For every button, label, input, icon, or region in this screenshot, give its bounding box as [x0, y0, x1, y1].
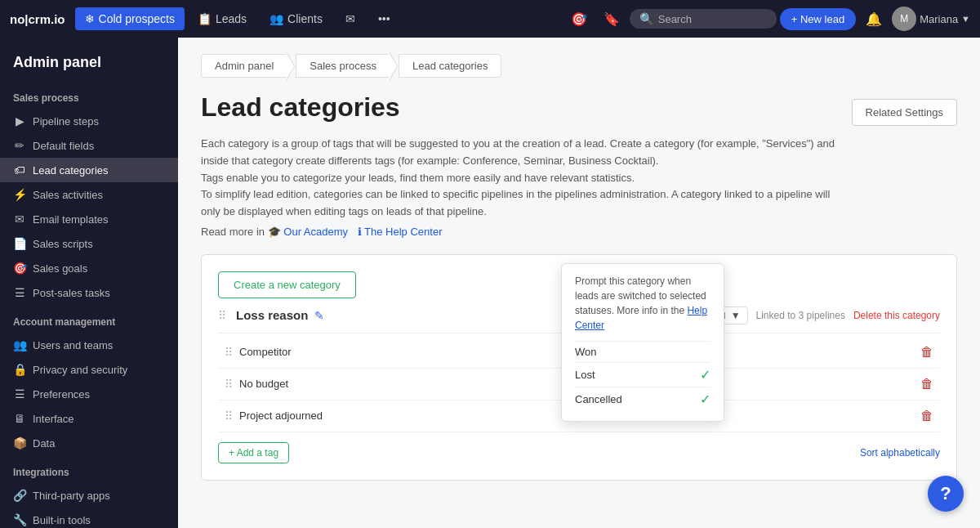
nav-leads[interactable]: 📋 Leads: [188, 7, 256, 30]
category-area: Create a new category Prompt this catego…: [201, 254, 957, 481]
tag-name-competitor: Competitor: [239, 346, 292, 358]
tag-delete-competitor[interactable]: 🗑: [920, 345, 933, 360]
interface-icon: 🖥: [13, 412, 26, 425]
popover-status-cancelled[interactable]: Cancelled ✓: [575, 387, 710, 411]
page-title: Lead categories: [201, 92, 400, 123]
sidebar-section-account: Account management: [0, 305, 178, 333]
sidebar-item-pipeline-steps[interactable]: ▶ Pipeline steps: [0, 109, 178, 133]
read-more-line: Read more in 🎓 Our Academy ℹ The Help Ce…: [201, 224, 838, 241]
cold-prospects-icon: ❄: [85, 12, 95, 25]
nav-more[interactable]: •••: [368, 7, 400, 30]
popover-status-won[interactable]: Won: [575, 341, 710, 362]
sidebar-item-privacy[interactable]: 🔒 Privacy and security: [0, 357, 178, 382]
leads-icon: 📋: [198, 12, 212, 25]
linked-statuses-popover: Prompt this category when leads are swit…: [561, 263, 724, 422]
sidebar-section-sales-process: Sales process: [0, 81, 178, 109]
help-button[interactable]: ?: [928, 476, 964, 512]
tag-delete-project-adjourned[interactable]: 🗑: [920, 409, 933, 423]
post-sales-icon: ☰: [13, 286, 26, 299]
sidebar-item-preferences[interactable]: ☰ Preferences: [0, 382, 178, 406]
description-line-3: To simplify lead edition, categories can…: [201, 186, 838, 221]
linked-pipelines: Linked to 3 pipelines: [756, 310, 845, 321]
more-icon: •••: [378, 12, 390, 25]
nav-clients[interactable]: 👥 Clients: [260, 7, 332, 30]
sidebar-item-sales-scripts[interactable]: 📄 Sales scripts: [0, 231, 178, 256]
sales-scripts-icon: 📄: [13, 237, 26, 250]
category-title-row: ⠿ Loss reason ✎: [218, 308, 572, 322]
tag-delete-no-budget[interactable]: 🗑: [920, 377, 933, 392]
tag-drag-handle-1[interactable]: ⠿: [225, 346, 233, 359]
tag-drag-handle-2[interactable]: ⠿: [225, 378, 233, 391]
privacy-icon: 🔒: [13, 363, 26, 376]
sidebar-item-email-templates[interactable]: ✉ Email templates: [0, 207, 178, 231]
description-line-1: Each category is a group of tags that wi…: [201, 136, 838, 170]
sidebar-item-third-party[interactable]: 🔗 Third-party apps: [0, 483, 178, 508]
tag-name-no-budget: No budget: [239, 378, 288, 390]
target-icon-btn[interactable]: 🎯: [564, 7, 594, 32]
add-tag-button[interactable]: + Add a tag: [218, 442, 289, 463]
avatar[interactable]: M: [892, 7, 916, 31]
create-new-category-button[interactable]: Create a new category: [218, 271, 356, 298]
description-block: Each category is a group of tags that wi…: [201, 136, 838, 241]
nav-cold-prospects[interactable]: ❄ Cold prospects: [75, 7, 185, 30]
academy-link[interactable]: 🎓 Our Academy: [268, 226, 348, 238]
help-center-link[interactable]: ℹ The Help Center: [358, 226, 443, 238]
delete-category-button[interactable]: Delete this category: [853, 310, 940, 321]
category-name: Loss reason: [236, 308, 308, 322]
sidebar-item-sales-goals[interactable]: 🎯 Sales goals: [0, 256, 178, 280]
email-icon: ✉: [345, 12, 355, 25]
description-line-2: Tags enable you to categorize your leads…: [201, 170, 838, 187]
edit-category-icon[interactable]: ✎: [314, 309, 324, 322]
sidebar-item-data[interactable]: 📦 Data: [0, 431, 178, 455]
main-content: Admin panel Sales process Lead categorie…: [178, 38, 980, 528]
breadcrumb: Admin panel Sales process Lead categorie…: [201, 54, 957, 78]
tag-name-project-adjourned: Project adjourned: [239, 409, 323, 422]
related-settings-button[interactable]: Related Settings: [852, 99, 957, 126]
default-fields-icon: ✏: [13, 139, 26, 152]
sidebar-item-lead-categories[interactable]: 🏷 Lead categories: [0, 158, 178, 182]
category-footer: + Add a tag Sort alphabetically: [218, 432, 940, 463]
breadcrumb-sales-process[interactable]: Sales process: [296, 54, 390, 78]
third-party-icon: 🔗: [13, 489, 26, 502]
sidebar: Admin panel Sales process ▶ Pipeline ste…: [0, 38, 178, 528]
dropdown-arrow-icon: ▼: [731, 310, 741, 321]
sidebar-item-post-sales-tasks[interactable]: ☰ Post-sales tasks: [0, 280, 178, 305]
admin-panel-title: Admin panel: [0, 38, 178, 81]
sales-activities-icon: ⚡: [13, 188, 26, 201]
breadcrumb-admin-panel[interactable]: Admin panel: [201, 54, 287, 78]
built-in-icon: 🔧: [13, 513, 26, 526]
lead-categories-icon: 🏷: [13, 163, 26, 177]
username[interactable]: Mariana: [920, 13, 958, 25]
bookmark-icon-btn[interactable]: 🔖: [597, 7, 626, 32]
search-bar: 🔍: [630, 9, 777, 29]
logo[interactable]: no|crm.io: [10, 12, 65, 26]
sidebar-item-sales-activities[interactable]: ⚡ Sales activities: [0, 182, 178, 207]
bell-icon[interactable]: 🔔: [859, 7, 889, 32]
email-templates-icon: ✉: [13, 213, 26, 226]
popover-status-lost[interactable]: Lost ✓: [575, 362, 710, 387]
check-icon-cancelled: ✓: [700, 392, 710, 407]
pipeline-steps-icon: ▶: [13, 114, 26, 128]
search-icon: 🔍: [639, 12, 653, 25]
chevron-down-icon: ▼: [961, 14, 970, 24]
sidebar-section-integrations: Integrations: [0, 455, 178, 483]
popover-description: Prompt this category when leads are swit…: [575, 274, 710, 333]
users-teams-icon: 👥: [13, 338, 26, 351]
tag-drag-handle-3[interactable]: ⠿: [225, 409, 233, 423]
sales-goals-icon: 🎯: [13, 262, 26, 275]
sidebar-item-default-fields[interactable]: ✏ Default fields: [0, 133, 178, 158]
breadcrumb-lead-categories[interactable]: Lead categories: [399, 54, 502, 78]
sidebar-item-interface[interactable]: 🖥 Interface: [0, 406, 178, 431]
preferences-icon: ☰: [13, 387, 26, 400]
drag-handle-icon[interactable]: ⠿: [218, 309, 226, 322]
new-lead-button[interactable]: + New lead: [780, 8, 856, 30]
clients-icon: 👥: [270, 12, 283, 25]
sort-alphabetically-button[interactable]: Sort alphabetically: [860, 447, 940, 459]
sidebar-item-users-teams[interactable]: 👥 Users and teams: [0, 333, 178, 357]
data-icon: 📦: [13, 436, 26, 450]
search-input[interactable]: [658, 13, 764, 25]
check-icon-lost: ✓: [700, 367, 710, 383]
sidebar-item-built-in-tools[interactable]: 🔧 Built-in tools: [0, 508, 178, 528]
page-header: Lead categories Related Settings: [201, 92, 957, 126]
nav-email[interactable]: ✉: [336, 7, 365, 30]
